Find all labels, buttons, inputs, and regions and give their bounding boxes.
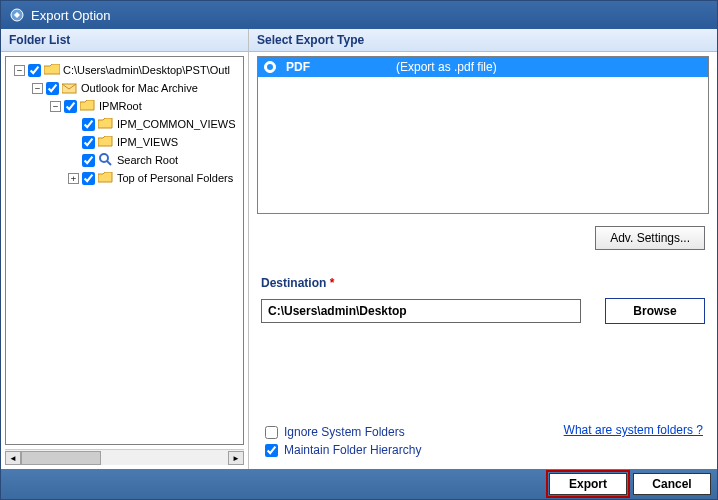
export-panel: Select Export Type PDF (Export as .pdf f… bbox=[249, 29, 717, 469]
maintain-checkbox[interactable] bbox=[265, 444, 278, 457]
footer-bar: Export Cancel bbox=[1, 469, 717, 499]
required-asterisk: * bbox=[330, 276, 335, 290]
radio-icon[interactable] bbox=[264, 61, 276, 73]
app-icon bbox=[9, 7, 25, 23]
horizontal-scrollbar[interactable]: ◄ ► bbox=[5, 449, 244, 465]
adv-settings-button[interactable]: Adv. Settings... bbox=[595, 226, 705, 250]
maintain-label: Maintain Folder Hierarchy bbox=[284, 443, 421, 457]
tree-checkbox[interactable] bbox=[28, 64, 41, 77]
tree-checkbox[interactable] bbox=[64, 100, 77, 113]
search-icon bbox=[98, 153, 114, 167]
ignore-checkbox[interactable] bbox=[265, 426, 278, 439]
expander-icon[interactable]: + bbox=[68, 173, 79, 184]
expander-icon[interactable]: − bbox=[50, 101, 61, 112]
scroll-left-icon[interactable]: ◄ bbox=[5, 451, 21, 465]
tree-row-root[interactable]: − C:\Users\admin\Desktop\PST\Outl bbox=[10, 61, 239, 79]
titlebar: Export Option bbox=[1, 1, 717, 29]
system-folders-link[interactable]: What are system folders ? bbox=[564, 423, 703, 437]
destination-section: Destination * Browse bbox=[249, 270, 717, 330]
tree-checkbox[interactable] bbox=[82, 154, 95, 167]
destination-input[interactable] bbox=[261, 299, 581, 323]
tree-row-top[interactable]: + Top of Personal Folders bbox=[10, 169, 239, 187]
ignore-label: Ignore System Folders bbox=[284, 425, 405, 439]
folder-tree[interactable]: − C:\Users\admin\Desktop\PST\Outl − Outl… bbox=[5, 56, 244, 445]
tree-label: IPM_COMMON_VIEWS bbox=[117, 118, 236, 130]
svg-point-2 bbox=[100, 154, 108, 162]
tree-label: Top of Personal Folders bbox=[117, 172, 233, 184]
content-area: Folder List − C:\Users\admin\Desktop\PST… bbox=[1, 29, 717, 469]
scroll-thumb[interactable] bbox=[21, 451, 101, 465]
tree-label: IPM_VIEWS bbox=[117, 136, 178, 148]
expander-icon[interactable]: − bbox=[32, 83, 43, 94]
folder-list-header: Folder List bbox=[1, 29, 248, 52]
tree-label: Search Root bbox=[117, 154, 178, 166]
tree-checkbox[interactable] bbox=[82, 172, 95, 185]
scroll-right-icon[interactable]: ► bbox=[228, 451, 244, 465]
svg-line-3 bbox=[107, 161, 111, 165]
mailbox-icon bbox=[62, 81, 78, 95]
tree-row-ipmroot[interactable]: − IPMRoot bbox=[10, 97, 239, 115]
browse-button[interactable]: Browse bbox=[605, 298, 705, 324]
export-type-pdf[interactable]: PDF (Export as .pdf file) bbox=[258, 57, 708, 77]
export-type-list[interactable]: PDF (Export as .pdf file) bbox=[257, 56, 709, 214]
tree-row-common[interactable]: IPM_COMMON_VIEWS bbox=[10, 115, 239, 133]
folder-icon bbox=[98, 117, 114, 131]
options-section: What are system folders ? Ignore System … bbox=[249, 413, 717, 469]
tree-checkbox[interactable] bbox=[82, 118, 95, 131]
window-title: Export Option bbox=[31, 8, 111, 23]
adv-settings-row: Adv. Settings... bbox=[249, 218, 717, 270]
tree-label: Outlook for Mac Archive bbox=[81, 82, 198, 94]
folder-icon bbox=[80, 99, 96, 113]
tree-checkbox[interactable] bbox=[82, 136, 95, 149]
cancel-button[interactable]: Cancel bbox=[633, 473, 711, 495]
tree-label: C:\Users\admin\Desktop\PST\Outl bbox=[63, 64, 230, 76]
expander-icon[interactable]: − bbox=[14, 65, 25, 76]
maintain-hierarchy-option[interactable]: Maintain Folder Hierarchy bbox=[265, 443, 705, 457]
tree-row-views[interactable]: IPM_VIEWS bbox=[10, 133, 239, 151]
folder-list-panel: Folder List − C:\Users\admin\Desktop\PST… bbox=[1, 29, 249, 469]
destination-label: Destination * bbox=[261, 276, 705, 290]
export-button[interactable]: Export bbox=[549, 473, 627, 495]
export-type-desc: (Export as .pdf file) bbox=[396, 60, 497, 74]
export-option-window: Export Option Folder List − C:\Users\adm… bbox=[0, 0, 718, 500]
export-type-header: Select Export Type bbox=[249, 29, 717, 52]
export-type-name: PDF bbox=[286, 60, 396, 74]
folder-open-icon bbox=[44, 63, 60, 77]
folder-icon bbox=[98, 135, 114, 149]
destination-label-text: Destination bbox=[261, 276, 326, 290]
folder-icon bbox=[98, 171, 114, 185]
tree-label: IPMRoot bbox=[99, 100, 142, 112]
tree-checkbox[interactable] bbox=[46, 82, 59, 95]
tree-row-search[interactable]: Search Root bbox=[10, 151, 239, 169]
tree-row-outlook[interactable]: − Outlook for Mac Archive bbox=[10, 79, 239, 97]
